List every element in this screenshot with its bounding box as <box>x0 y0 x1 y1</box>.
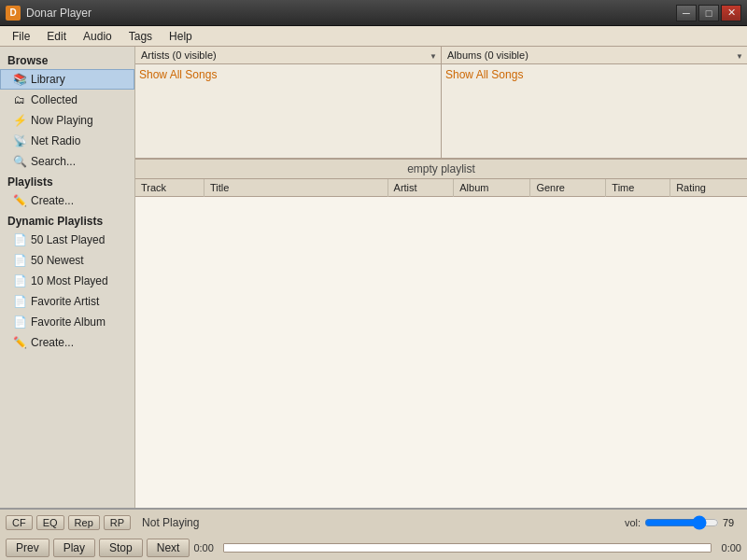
dynamic-playlists-header: Dynamic Playlists <box>0 211 134 230</box>
prev-button[interactable]: Prev <box>6 539 49 557</box>
playlist-table: Track Title Artist Album Genre Time Rati… <box>135 179 747 197</box>
artists-dropdown-wrapper: Artists (0 visible) ▼ <box>135 47 441 64</box>
playlists-header: Playlists <box>0 172 134 190</box>
sidebar-label-10-most-played: 10 Most Played <box>31 274 108 287</box>
rep-button[interactable]: Rep <box>68 515 100 530</box>
main-content: Browse 📚 Library 🗂 Collected ⚡ Now Playi… <box>0 47 747 508</box>
sidebar-item-net-radio[interactable]: 📡 Net Radio <box>0 131 134 151</box>
bottom-controls: CF EQ Rep RP Not Playing vol: 79 Prev Pl… <box>0 508 747 560</box>
rp-button[interactable]: RP <box>104 515 131 530</box>
menu-file[interactable]: File <box>4 27 38 46</box>
minimize-button[interactable]: ─ <box>676 5 697 21</box>
title-bar: D Donar Player ─ □ ✕ <box>0 0 747 26</box>
sidebar-item-create-dynamic[interactable]: ✏️ Create... <box>0 332 134 353</box>
close-button[interactable]: ✕ <box>721 5 741 21</box>
sidebar-item-create-playlist[interactable]: ✏️ Create... <box>0 190 134 211</box>
eq-button[interactable]: EQ <box>36 515 64 530</box>
sidebar-item-10-most-played[interactable]: 📄 10 Most Played <box>0 271 134 291</box>
sidebar: Browse 📚 Library 🗂 Collected ⚡ Now Playi… <box>0 47 135 508</box>
50-newest-icon: 📄 <box>12 253 27 268</box>
now-playing-icon: ⚡ <box>12 113 27 128</box>
volume-label: vol: <box>625 517 641 528</box>
playlist-area: empty playlist Track Title Artist Album … <box>135 159 747 508</box>
sidebar-item-50-newest[interactable]: 📄 50 Newest <box>0 250 134 271</box>
col-album: Album <box>454 179 530 197</box>
sidebar-label-favorite-album: Favorite Album <box>31 315 106 329</box>
now-playing-text: Not Playing <box>134 516 621 529</box>
col-title: Title <box>204 179 388 197</box>
sidebar-label-search: Search... <box>31 155 76 168</box>
albums-col: Albums (0 visible) ▼ Show All Songs <box>442 47 747 158</box>
artists-content: Show All Songs <box>135 64 441 158</box>
menu-edit[interactable]: Edit <box>38 27 75 46</box>
col-genre: Genre <box>530 179 606 197</box>
collected-icon: 🗂 <box>12 92 27 107</box>
menu-help[interactable]: Help <box>161 27 201 46</box>
search-icon: 🔍 <box>12 154 27 169</box>
albums-dropdown[interactable]: Albums (0 visible) <box>442 47 747 64</box>
stop-button[interactable]: Stop <box>99 539 143 557</box>
transport-top: CF EQ Rep RP Not Playing vol: 79 <box>0 510 747 535</box>
right-panel: Artists (0 visible) ▼ Show All Songs Alb… <box>135 47 747 508</box>
time-start: 0:00 <box>193 542 219 553</box>
favorite-artist-icon: 📄 <box>12 294 27 309</box>
cf-button[interactable]: CF <box>6 515 33 530</box>
favorite-album-icon: 📄 <box>12 315 27 329</box>
artists-col: Artists (0 visible) ▼ Show All Songs <box>135 47 442 158</box>
sidebar-item-library[interactable]: 📚 Library <box>0 69 134 90</box>
progress-bar[interactable] <box>223 543 712 553</box>
sidebar-item-collected[interactable]: 🗂 Collected <box>0 90 134 110</box>
title-bar-title: Donar Player <box>26 7 92 20</box>
title-bar-controls: ─ □ ✕ <box>676 5 741 21</box>
artists-dropdown[interactable]: Artists (0 visible) <box>135 47 441 64</box>
net-radio-icon: 📡 <box>12 133 27 148</box>
show-all-albums[interactable]: Show All Songs <box>445 68 743 81</box>
next-button[interactable]: Next <box>147 539 190 557</box>
sidebar-label-library: Library <box>31 73 65 86</box>
volume-slider[interactable] <box>644 516 719 529</box>
time-end: 0:00 <box>715 542 741 553</box>
10-most-played-icon: 📄 <box>12 273 27 288</box>
maximize-button[interactable]: □ <box>698 5 719 21</box>
sidebar-item-favorite-artist[interactable]: 📄 Favorite Artist <box>0 291 134 312</box>
sidebar-item-50-last-played[interactable]: 📄 50 Last Played <box>0 230 134 250</box>
browse-header: Browse <box>0 50 134 69</box>
col-rating: Rating <box>670 179 747 197</box>
sidebar-label-now-playing: Now Playing <box>31 114 93 127</box>
sidebar-label-create-dynamic: Create... <box>31 336 74 349</box>
create-dynamic-icon: ✏️ <box>12 335 27 350</box>
col-time: Time <box>606 179 670 197</box>
menu-bar: File Edit Audio Tags Help <box>0 26 747 47</box>
playlist-header-row: Track Title Artist Album Genre Time Rati… <box>135 179 747 197</box>
play-button[interactable]: Play <box>53 539 95 557</box>
50-last-played-icon: 📄 <box>12 232 27 247</box>
playlist-scroll[interactable]: Track Title Artist Album Genre Time Rati… <box>135 179 747 508</box>
sidebar-label-net-radio: Net Radio <box>31 134 80 147</box>
sidebar-item-search[interactable]: 🔍 Search... <box>0 151 134 172</box>
transport-bottom: Prev Play Stop Next 0:00 0:00 <box>0 535 747 560</box>
sidebar-label-collected: Collected <box>31 93 78 106</box>
col-track: Track <box>135 179 204 197</box>
playlist-label: empty playlist <box>135 159 747 179</box>
sidebar-label-favorite-artist: Favorite Artist <box>31 295 99 308</box>
sidebar-item-now-playing[interactable]: ⚡ Now Playing <box>0 110 134 131</box>
sidebar-label-50-last-played: 50 Last Played <box>31 233 105 246</box>
create-playlist-icon: ✏️ <box>12 193 27 208</box>
title-bar-left: D Donar Player <box>6 6 92 21</box>
albums-content: Show All Songs <box>442 64 747 158</box>
show-all-artists[interactable]: Show All Songs <box>139 68 437 81</box>
sidebar-label-50-newest: 50 Newest <box>31 254 84 267</box>
volume-value: 79 <box>723 517 741 528</box>
menu-tags[interactable]: Tags <box>120 27 161 46</box>
sidebar-label-create-playlist: Create... <box>31 194 74 207</box>
app-icon: D <box>6 6 21 21</box>
library-icon: 📚 <box>12 72 27 87</box>
selectors-row: Artists (0 visible) ▼ Show All Songs Alb… <box>135 47 747 159</box>
menu-audio[interactable]: Audio <box>75 27 120 46</box>
sidebar-item-favorite-album[interactable]: 📄 Favorite Album <box>0 312 134 332</box>
col-artist: Artist <box>388 179 454 197</box>
albums-dropdown-wrapper: Albums (0 visible) ▼ <box>442 47 747 64</box>
